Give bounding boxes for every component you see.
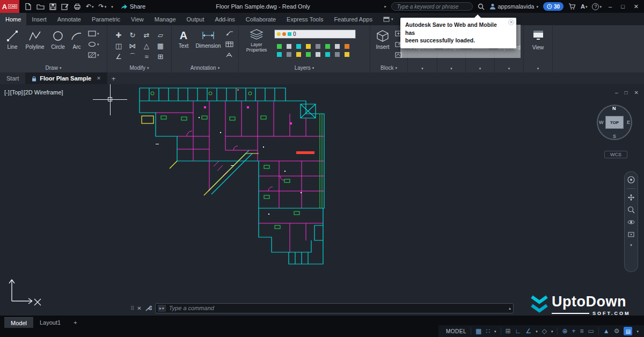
new-layout-button[interactable]: +	[67, 317, 83, 328]
layer-dropdown[interactable]: 0	[274, 30, 356, 39]
tab-start[interactable]: Start	[0, 72, 25, 84]
text-tool[interactable]: A Text	[175, 30, 192, 49]
copy-icon[interactable]: ◫	[115, 42, 122, 49]
explode-icon[interactable]: ⊞	[158, 53, 164, 60]
model-tab[interactable]: Model	[4, 317, 33, 328]
close-button[interactable]: ✕	[632, 3, 641, 10]
layer-properties-tool[interactable]: Layer Properties	[241, 28, 272, 53]
layers-panel-label[interactable]: Layers ▾	[239, 65, 370, 71]
maximize-button[interactable]: □	[619, 3, 627, 10]
tab-collaborate[interactable]: Collaborate	[240, 13, 281, 25]
redo-button[interactable]: ↷ ▾	[99, 3, 107, 10]
undo-button[interactable]: ↶ ▾	[86, 3, 94, 10]
command-history-button[interactable]: ▴	[509, 306, 511, 311]
search-icon[interactable]	[478, 3, 485, 10]
grid-icon[interactable]: ▦	[475, 328, 481, 334]
autodesk-app-menu[interactable]: A ▾	[581, 3, 587, 10]
tab-featured-apps[interactable]: Featured Apps	[328, 13, 378, 25]
command-line-close-button[interactable]: ✕	[137, 305, 141, 311]
chevron-down-icon[interactable]: ▾	[524, 67, 552, 70]
wcs-dropdown[interactable]: WCS	[604, 151, 627, 158]
chevron-down-icon[interactable]: ▾	[105, 5, 107, 9]
polar-tracking-icon[interactable]: ∠	[525, 328, 531, 334]
layer-tool-icon[interactable]	[296, 52, 301, 57]
chevron-down-icon[interactable]: ▾	[92, 5, 94, 9]
zoom-icon[interactable]	[627, 206, 635, 214]
tab-output[interactable]: Output	[181, 13, 210, 25]
fillet-icon[interactable]: △	[144, 42, 149, 49]
autocad-logo[interactable]: A CAD	[0, 0, 19, 13]
doc-close-button[interactable]: ✕	[634, 90, 639, 96]
clean-screen-icon[interactable]: ▤	[624, 327, 632, 335]
layer-tool-icon[interactable]	[277, 52, 282, 57]
tab-view[interactable]: View	[126, 13, 149, 25]
visual-style-control[interactable]: [2D Wireframe]	[24, 89, 63, 96]
command-input-field[interactable]: ▸ ▾ ▴	[155, 303, 514, 313]
mirror-icon[interactable]: ⋈	[129, 42, 136, 49]
layer-tool-icon[interactable]	[335, 52, 340, 57]
tab-express-tools[interactable]: Express Tools	[281, 13, 328, 25]
mleader-style-tool[interactable]	[225, 52, 233, 58]
modify-panel-label[interactable]: Modify ▾	[107, 65, 171, 71]
tab-addins[interactable]: Add-ins	[210, 13, 240, 25]
lineweight-icon[interactable]: ≡	[580, 328, 583, 334]
isodraft-icon[interactable]: ◇	[542, 328, 547, 334]
orbit-icon[interactable]	[627, 218, 635, 226]
panel-view[interactable]: View ▾	[524, 25, 553, 72]
command-line-grip[interactable]: ⠿	[130, 305, 134, 311]
block-attributes-tool[interactable]	[395, 52, 402, 58]
layer-tool-icon[interactable]	[277, 44, 282, 49]
drawing-canvas[interactable]: [-] [Top] [2D Wireframe] – □ ✕	[0, 84, 644, 316]
block-panel-label[interactable]: Block ▾	[370, 65, 407, 71]
trial-days-badge[interactable]: 30	[543, 2, 564, 11]
layer-tool-icon[interactable]	[306, 44, 311, 49]
layer-tool-icon[interactable]	[325, 44, 330, 49]
recent-commands-button[interactable]: ▸ ▾	[158, 305, 166, 312]
viewcube-north[interactable]: N	[612, 106, 616, 111]
doc-restore-button[interactable]: □	[625, 90, 628, 96]
viewcube[interactable]: N W E S TOP	[597, 105, 632, 140]
new-drawing-tab-button[interactable]: +	[107, 72, 120, 84]
command-input[interactable]	[169, 305, 506, 311]
selection-cycling-icon[interactable]: ▭	[588, 328, 594, 334]
chevron-down-icon[interactable]: ▾	[466, 67, 494, 70]
polar-settings-icon[interactable]: ▾	[536, 329, 538, 333]
layer-tool-icon[interactable]	[345, 52, 349, 57]
cart-icon[interactable]	[568, 3, 576, 10]
layer-tool-icon[interactable]	[316, 44, 320, 49]
tab-annotate[interactable]: Annotate	[52, 13, 86, 25]
tab-floor-plan-sample[interactable]: Floor Plan Sample ✕	[25, 72, 107, 84]
circle-tool[interactable]: Circle	[48, 30, 68, 50]
viewcube-south[interactable]: S	[613, 134, 616, 139]
trim-icon[interactable]: ⇄	[144, 32, 150, 39]
erase-icon[interactable]: ▱	[158, 32, 163, 39]
rectangle-tool[interactable]: ▾	[88, 31, 99, 36]
model-space-label[interactable]: MODEL	[446, 328, 466, 334]
ortho-icon[interactable]: ∟	[515, 328, 522, 334]
view-menu-control[interactable]: [Top]	[10, 89, 23, 96]
stretch-icon[interactable]: ∠	[115, 53, 122, 60]
viewcube-top-face[interactable]: TOP	[605, 116, 624, 129]
viewport-menu-control[interactable]: [-]	[4, 89, 10, 96]
layer-tool-icon[interactable]	[296, 44, 301, 49]
workspace-gear-icon[interactable]: ⚙	[614, 328, 620, 334]
layer-tool-icon[interactable]	[335, 44, 340, 49]
new-file-icon[interactable]	[25, 3, 32, 10]
tab-insert[interactable]: Insert	[26, 13, 52, 25]
customize-wrench-icon[interactable]	[145, 305, 152, 312]
annotation-visibility-icon[interactable]: ▲	[603, 328, 610, 334]
share-button[interactable]: Share	[121, 3, 145, 10]
tab-home[interactable]: Home	[0, 13, 26, 25]
showmotion-icon[interactable]	[627, 231, 635, 238]
account-menu[interactable]: appsmalavida ▾	[489, 3, 538, 10]
viewcube-east[interactable]: E	[627, 120, 630, 125]
snap-icon[interactable]: ∷	[486, 328, 490, 334]
open-folder-icon[interactable]	[36, 3, 45, 10]
tab-manage[interactable]: Manage	[149, 13, 181, 25]
navbar-more-icon[interactable]: ▾	[630, 243, 632, 247]
dynamic-input-icon[interactable]: +	[572, 328, 575, 334]
insert-block-tool[interactable]: Insert	[374, 30, 392, 50]
chevron-down-icon[interactable]: ▾	[437, 67, 465, 70]
arc-tool[interactable]: Arc	[69, 30, 85, 50]
tab-close-button[interactable]: ✕	[97, 76, 101, 81]
